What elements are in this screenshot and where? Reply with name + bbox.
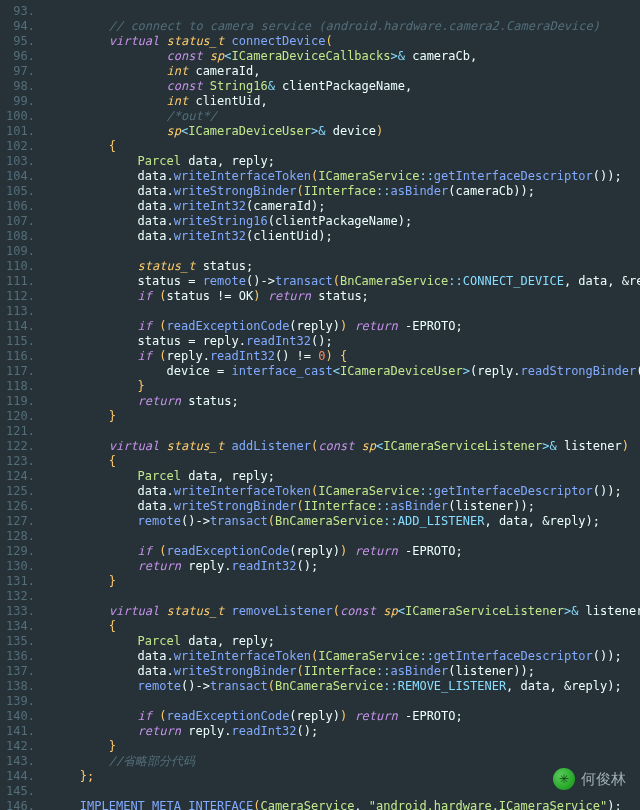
line-number: 125. (6, 484, 35, 499)
code-line: IMPLEMENT_META_INTERFACE(CameraService, … (51, 799, 640, 810)
line-number: 127. (6, 514, 35, 529)
line-number-gutter: 93.94.95.96.97.98.99.100.101.102.103.104… (0, 0, 45, 810)
code-line: { (51, 454, 640, 469)
code-line: return reply.readInt32(); (51, 559, 640, 574)
code-line: virtual status_t addListener(const sp<IC… (51, 439, 640, 454)
code-line: const String16& clientPackageName, (51, 79, 640, 94)
code-line: device = interface_cast<ICameraDeviceUse… (51, 364, 640, 379)
line-number: 132. (6, 589, 35, 604)
code-line: } (51, 574, 640, 589)
code-line (51, 4, 640, 19)
line-number: 146. (6, 799, 35, 810)
code-line: data.writeStrongBinder(IInterface::asBin… (51, 184, 640, 199)
line-number: 120. (6, 409, 35, 424)
watermark: ✳ 何俊林 (553, 768, 626, 790)
line-number: 117. (6, 364, 35, 379)
line-number: 111. (6, 274, 35, 289)
code-line: if (readExceptionCode(reply)) return -EP… (51, 319, 640, 334)
code-line (51, 304, 640, 319)
line-number: 144. (6, 769, 35, 784)
code-line: } (51, 739, 640, 754)
line-number: 123. (6, 454, 35, 469)
line-number: 118. (6, 379, 35, 394)
line-number: 105. (6, 184, 35, 199)
code-line: status_t status; (51, 259, 640, 274)
line-number: 114. (6, 319, 35, 334)
line-number: 107. (6, 214, 35, 229)
code-line: if (reply.readInt32() != 0) { (51, 349, 640, 364)
line-number: 133. (6, 604, 35, 619)
line-number: 134. (6, 619, 35, 634)
code-line: }; (51, 769, 640, 784)
code-line: if (readExceptionCode(reply)) return -EP… (51, 544, 640, 559)
code-editor: 93.94.95.96.97.98.99.100.101.102.103.104… (0, 0, 640, 810)
code-line: status = remote()->transact(BnCameraServ… (51, 274, 640, 289)
line-number: 108. (6, 229, 35, 244)
code-area[interactable]: // connect to camera service (android.ha… (45, 0, 640, 810)
line-number: 113. (6, 304, 35, 319)
code-line: Parcel data, reply; (51, 469, 640, 484)
code-line: Parcel data, reply; (51, 634, 640, 649)
line-number: 112. (6, 289, 35, 304)
code-line: int clientUid, (51, 94, 640, 109)
line-number: 110. (6, 259, 35, 274)
line-number: 122. (6, 439, 35, 454)
code-line: // connect to camera service (android.ha… (51, 19, 640, 34)
line-number: 102. (6, 139, 35, 154)
line-number: 145. (6, 784, 35, 799)
code-line (51, 529, 640, 544)
code-line: data.writeString16(clientPackageName); (51, 214, 640, 229)
line-number: 138. (6, 679, 35, 694)
code-line: Parcel data, reply; (51, 154, 640, 169)
line-number: 93. (6, 4, 35, 19)
code-line: return reply.readInt32(); (51, 724, 640, 739)
line-number: 143. (6, 754, 35, 769)
code-line: data.writeInterfaceToken(ICameraService:… (51, 169, 640, 184)
line-number: 137. (6, 664, 35, 679)
line-number: 139. (6, 694, 35, 709)
code-line: data.writeInterfaceToken(ICameraService:… (51, 484, 640, 499)
line-number: 126. (6, 499, 35, 514)
author-name: 何俊林 (581, 770, 626, 789)
line-number: 99. (6, 94, 35, 109)
code-line: remote()->transact(BnCameraService::REMO… (51, 679, 640, 694)
line-number: 104. (6, 169, 35, 184)
code-line: return status; (51, 394, 640, 409)
code-line: status = reply.readInt32(); (51, 334, 640, 349)
line-number: 136. (6, 649, 35, 664)
line-number: 97. (6, 64, 35, 79)
code-line: if (status != OK) return status; (51, 289, 640, 304)
code-line: virtual status_t removeListener(const sp… (51, 604, 640, 619)
line-number: 142. (6, 739, 35, 754)
line-number: 96. (6, 49, 35, 64)
wechat-icon: ✳ (553, 768, 575, 790)
line-number: 119. (6, 394, 35, 409)
code-line: if (readExceptionCode(reply)) return -EP… (51, 709, 640, 724)
code-line: /*out*/ (51, 109, 640, 124)
line-number: 130. (6, 559, 35, 574)
line-number: 109. (6, 244, 35, 259)
line-number: 103. (6, 154, 35, 169)
line-number: 98. (6, 79, 35, 94)
code-line: data.writeInterfaceToken(ICameraService:… (51, 649, 640, 664)
line-number: 95. (6, 34, 35, 49)
line-number: 131. (6, 574, 35, 589)
line-number: 94. (6, 19, 35, 34)
code-line: data.writeInt32(cameraId); (51, 199, 640, 214)
code-line: data.writeStrongBinder(IInterface::asBin… (51, 664, 640, 679)
line-number: 116. (6, 349, 35, 364)
line-number: 121. (6, 424, 35, 439)
line-number: 106. (6, 199, 35, 214)
line-number: 115. (6, 334, 35, 349)
line-number: 140. (6, 709, 35, 724)
code-line (51, 244, 640, 259)
code-line: data.writeInt32(clientUid); (51, 229, 640, 244)
code-line (51, 424, 640, 439)
line-number: 128. (6, 529, 35, 544)
line-number: 124. (6, 469, 35, 484)
code-line: sp<ICameraDeviceUser>& device) (51, 124, 640, 139)
code-line: { (51, 619, 640, 634)
code-line (51, 694, 640, 709)
line-number: 101. (6, 124, 35, 139)
line-number: 141. (6, 724, 35, 739)
